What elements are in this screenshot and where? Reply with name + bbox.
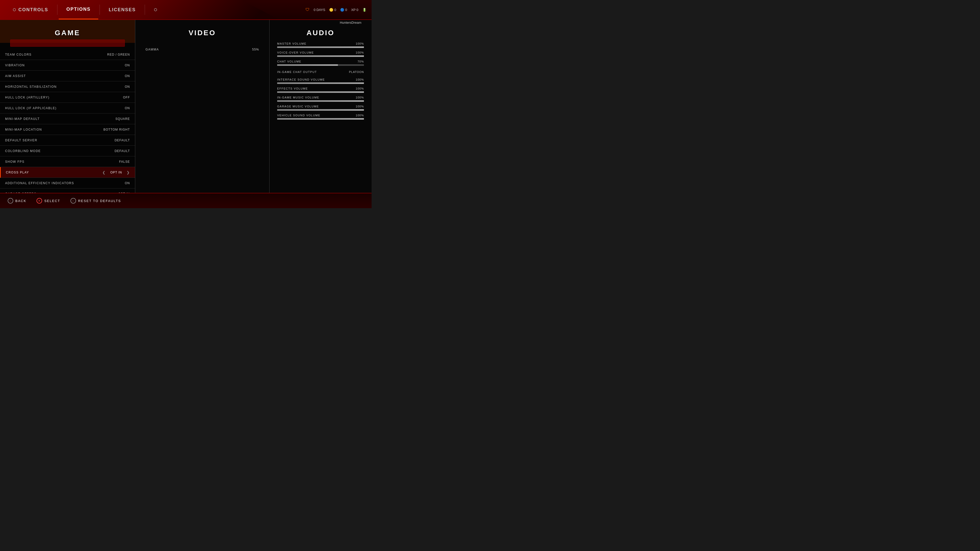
nav-right-info: 🛡 0 DAYS 🟡 0 🔵 0 XP 0 🔋 HuntersDream: [305, 7, 366, 12]
setting-name-horizontal-stab: HORIZONTAL STABILIZATION: [5, 85, 57, 89]
nav-controls-label: CONTROLS: [18, 7, 48, 13]
vehicle-sound-volume-name: VEHICLE SOUND VOLUME: [277, 114, 320, 117]
ingame-music-volume-value: 100%: [356, 96, 364, 99]
setting-value-hull-lock-applicable: ON: [125, 106, 130, 110]
setting-mini-map-default[interactable]: MINI-MAP DEFAULT SQUARE: [0, 114, 135, 124]
bottom-bar: ○ BACK ✕ SELECT ○ RESET TO DEFAULTS: [0, 193, 372, 208]
setting-colorblind-mode[interactable]: COLORBLIND MODE DEFAULT: [0, 146, 135, 156]
reset-button-circle[interactable]: ○: [70, 198, 76, 203]
nav-item-controls[interactable]: ⬡ CONTROLS: [5, 0, 56, 19]
setting-vibration[interactable]: VIBRATION ON: [0, 60, 135, 71]
audio-voiceover-volume[interactable]: VOICE-OVER VOLUME 100%: [277, 51, 364, 57]
setting-horizontal-stabilization[interactable]: HORIZONTAL STABILIZATION ON: [0, 81, 135, 92]
audio-vehicle-sound-volume[interactable]: VEHICLE SOUND VOLUME 100%: [277, 114, 364, 120]
game-title: GAME: [5, 24, 130, 40]
select-action[interactable]: ✕ SELECT: [37, 198, 60, 203]
interface-sound-volume-bar[interactable]: [277, 83, 364, 84]
chat-volume-name: CHAT VOLUME: [277, 60, 301, 63]
game-settings-list[interactable]: TEAM COLORS RED / GREEN VIBRATION ON AIM…: [0, 49, 135, 193]
setting-garage-offers[interactable]: GARAGE OFFERS OPT IN: [0, 189, 135, 193]
controls-icon: ⬡: [13, 8, 16, 12]
effects-volume-value: 100%: [356, 87, 364, 90]
voiceover-volume-fill: [277, 56, 364, 57]
setting-name-cross-play: CROSS PLAY: [6, 171, 29, 174]
audio-ingame-chat-output[interactable]: IN-GAME CHAT OUTPUT PLATOON: [277, 69, 364, 75]
xp-label: XP 0: [351, 8, 358, 12]
setting-value-team-colors: RED / GREEN: [107, 53, 130, 56]
reset-label: RESET TO DEFAULTS: [78, 199, 121, 203]
vehicle-sound-volume-value: 100%: [356, 114, 364, 117]
video-setting-gamma[interactable]: GAMMA 55%: [145, 44, 259, 54]
garage-music-volume-bar[interactable]: [277, 109, 364, 111]
back-action[interactable]: ○ BACK: [8, 198, 26, 203]
nav-options-label: OPTIONS: [66, 6, 91, 12]
game-section: GAME TEAM COLORS RED / GREEN VIBRATION O…: [0, 20, 135, 193]
voiceover-volume-value: 100%: [356, 51, 364, 54]
master-volume-value: 100%: [356, 42, 364, 45]
nav-item-extra[interactable]: ⬡: [146, 0, 165, 19]
cross-play-arrow-right[interactable]: ❯: [127, 170, 130, 175]
audio-effects-volume[interactable]: EFFECTS VOLUME 100%: [277, 87, 364, 93]
video-section: VIDEO GAMMA 55%: [135, 20, 269, 193]
effects-volume-bar[interactable]: [277, 91, 364, 93]
master-volume-name: MASTER VOLUME: [277, 42, 307, 45]
select-label: SELECT: [44, 199, 60, 203]
master-volume-bar[interactable]: [277, 46, 364, 48]
setting-value-colorblind-mode: DEFAULT: [115, 149, 130, 153]
back-label: BACK: [15, 199, 26, 203]
setting-mini-map-location[interactable]: MINI-MAP LOCATION BOTTOM RIGHT: [0, 124, 135, 135]
setting-aim-assist[interactable]: AIM ASSIST ON: [0, 71, 135, 81]
setting-additional-efficiency[interactable]: ADDITIONAL EFFICIENCY INDICATORS ON: [0, 178, 135, 189]
ingame-chat-output-value: PLATOON: [349, 70, 364, 73]
setting-name-colorblind-mode: COLORBLIND MODE: [5, 149, 41, 153]
audio-ingame-music-volume[interactable]: IN-GAME MUSIC VOLUME 100%: [277, 96, 364, 102]
nav-items-container: ⬡ CONTROLS OPTIONS LICENSES ⬡: [0, 0, 165, 19]
audio-interface-sound-volume[interactable]: INTERFACE SOUND VOLUME 100%: [277, 78, 364, 84]
shield-icon: 🛡: [305, 7, 310, 12]
main-content: GAME TEAM COLORS RED / GREEN VIBRATION O…: [0, 20, 372, 193]
currency1-label: 🟡 0: [329, 8, 336, 12]
setting-name-team-colors: TEAM COLORS: [5, 53, 32, 56]
chat-volume-bar[interactable]: [277, 64, 364, 66]
ingame-music-volume-bar[interactable]: [277, 100, 364, 102]
setting-name-aim-assist: AIM ASSIST: [5, 74, 26, 78]
ingame-music-volume-name: IN-GAME MUSIC VOLUME: [277, 96, 319, 99]
effects-volume-name: EFFECTS VOLUME: [277, 87, 308, 90]
vehicle-sound-volume-bar[interactable]: [277, 118, 364, 120]
setting-value-aim-assist: ON: [125, 74, 130, 78]
chat-volume-value: 70%: [358, 60, 364, 63]
nav-item-licenses[interactable]: LICENSES: [101, 0, 143, 19]
setting-default-server[interactable]: DEFAULT SERVER DEFAULT: [0, 135, 135, 146]
audio-master-volume[interactable]: MASTER VOLUME 100%: [277, 42, 364, 48]
setting-value-horizontal-stab: ON: [125, 85, 130, 89]
tank-icon: 🔋: [363, 8, 366, 12]
reset-action[interactable]: ○ RESET TO DEFAULTS: [70, 198, 121, 203]
nav-divider-3: [145, 5, 145, 15]
setting-team-colors[interactable]: TEAM COLORS RED / GREEN: [0, 49, 135, 60]
garage-music-volume-fill: [277, 109, 364, 111]
audio-chat-volume[interactable]: CHAT VOLUME 70%: [277, 60, 364, 66]
select-button-circle[interactable]: ✕: [37, 198, 42, 203]
effects-volume-fill: [277, 91, 364, 93]
nav-item-options[interactable]: OPTIONS: [59, 0, 98, 19]
extra-icon: ⬡: [154, 8, 158, 12]
top-nav-bar: ⬡ CONTROLS OPTIONS LICENSES ⬡ 🛡 0 DAYS 🟡…: [0, 0, 372, 20]
nav-divider-1: [57, 5, 57, 15]
currency2-label: 🔵 0: [340, 8, 347, 12]
setting-show-fps[interactable]: SHOW FPS FALSE: [0, 156, 135, 167]
setting-hull-lock-applicable[interactable]: HULL LOCK (IF APPLICABLE) ON: [0, 103, 135, 114]
setting-name-hull-lock-applicable: HULL LOCK (IF APPLICABLE): [5, 106, 57, 110]
cross-play-arrow-left[interactable]: ❮: [102, 170, 106, 175]
back-button-circle[interactable]: ○: [8, 198, 13, 203]
username-label: HuntersDream: [340, 21, 361, 24]
setting-name-hull-lock-artillery: HULL LOCK (ARTILLERY): [5, 96, 49, 99]
setting-hull-lock-artillery[interactable]: HULL LOCK (ARTILLERY) OFF: [0, 92, 135, 103]
voiceover-volume-bar[interactable]: [277, 56, 364, 57]
ingame-chat-output-name: IN-GAME CHAT OUTPUT: [277, 70, 317, 73]
audio-garage-music-volume[interactable]: GARAGE MUSIC VOLUME 100%: [277, 105, 364, 111]
setting-cross-play[interactable]: CROSS PLAY ❮ OPT IN ❯: [0, 167, 135, 178]
gamma-name: GAMMA: [145, 48, 159, 51]
days-label: 0 DAYS: [313, 8, 325, 12]
interface-sound-volume-name: INTERFACE SOUND VOLUME: [277, 78, 325, 81]
game-header: GAME: [0, 20, 135, 49]
